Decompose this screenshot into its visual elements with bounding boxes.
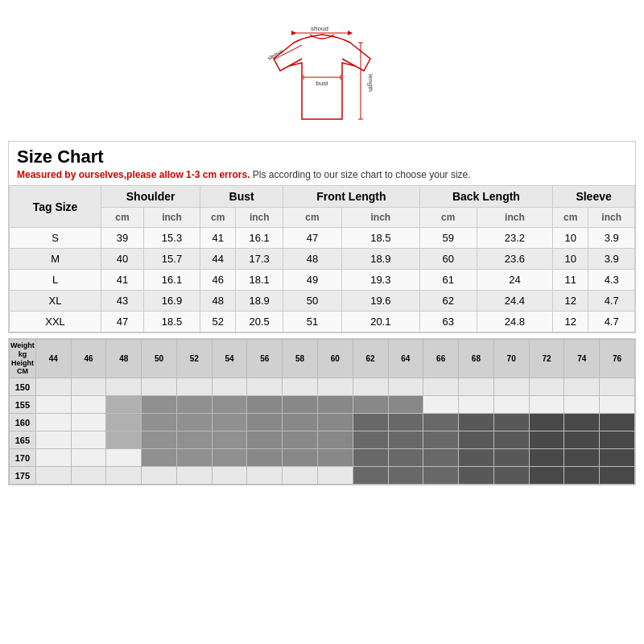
wh-cell bbox=[388, 414, 423, 431]
wh-cell bbox=[388, 378, 423, 396]
wh-cell bbox=[247, 467, 283, 485]
weight-col-header: 46 bbox=[71, 340, 106, 378]
cell-back-in: 24.4 bbox=[477, 291, 552, 312]
weight-col-header: 58 bbox=[283, 340, 318, 378]
wh-cell bbox=[212, 378, 247, 396]
note-highlight: Measured by ourselves,please allow 1-3 c… bbox=[17, 169, 250, 180]
wh-corner: WeightkgHeightCM bbox=[10, 340, 36, 378]
wh-cell bbox=[317, 414, 353, 431]
height-row-header: 175 bbox=[10, 467, 36, 485]
wh-cell bbox=[529, 449, 564, 467]
wh-cell bbox=[317, 467, 353, 485]
wh-cell bbox=[35, 431, 71, 449]
wh-cell bbox=[529, 396, 564, 414]
wh-cell bbox=[459, 467, 494, 485]
wh-cell bbox=[600, 467, 635, 485]
cell-back-cm: 59 bbox=[419, 228, 477, 249]
sub-cm-4: cm bbox=[419, 208, 477, 228]
sub-in-2: inch bbox=[236, 208, 283, 228]
cell-front-cm: 50 bbox=[283, 291, 342, 312]
cell-shoulder-cm: 40 bbox=[101, 249, 144, 270]
wh-cell bbox=[423, 449, 459, 467]
wh-cell bbox=[459, 378, 494, 396]
height-row-header: 170 bbox=[10, 449, 36, 467]
wh-cell bbox=[317, 378, 353, 396]
cell-shoulder-in: 15.7 bbox=[143, 249, 200, 270]
col-shoulder: Shoulder bbox=[101, 186, 200, 208]
wh-cell bbox=[423, 396, 459, 414]
wh-cell bbox=[106, 449, 142, 467]
wh-cell bbox=[71, 449, 106, 467]
wh-cell bbox=[212, 449, 247, 467]
cell-size: L bbox=[10, 270, 101, 291]
cell-front-cm: 48 bbox=[283, 249, 342, 270]
cell-sleeve-cm: 11 bbox=[553, 270, 588, 291]
cell-front-cm: 47 bbox=[283, 228, 342, 249]
weight-col-header: 56 bbox=[247, 340, 283, 378]
cell-back-in: 23.2 bbox=[477, 228, 552, 249]
wh-cell bbox=[459, 414, 494, 431]
wh-cell bbox=[600, 431, 635, 449]
height-row-header: 165 bbox=[10, 431, 36, 449]
cell-front-in: 20.1 bbox=[341, 312, 419, 332]
weight-col-header: 70 bbox=[493, 340, 529, 378]
wh-cell bbox=[247, 449, 283, 467]
wh-cell bbox=[71, 467, 106, 485]
cell-sleeve-in: 3.9 bbox=[588, 249, 635, 270]
wh-cell bbox=[564, 396, 600, 414]
cell-sleeve-in: 4.3 bbox=[588, 270, 635, 291]
size-chart-note: Measured by ourselves,please allow 1-3 c… bbox=[9, 169, 635, 185]
cell-back-cm: 62 bbox=[419, 291, 477, 312]
sub-in-1: inch bbox=[143, 208, 200, 228]
height-row-header: 150 bbox=[10, 378, 36, 396]
table-row: XXL 47 18.5 52 20.5 51 20.1 63 24.8 12 4… bbox=[10, 312, 635, 332]
weight-col-header: 66 bbox=[423, 340, 459, 378]
cell-bust-cm: 52 bbox=[200, 312, 236, 332]
cell-shoulder-cm: 41 bbox=[101, 270, 144, 291]
col-tag-size: Tag Size bbox=[10, 186, 101, 228]
wh-cell bbox=[35, 378, 71, 396]
cell-bust-in: 17.3 bbox=[236, 249, 283, 270]
col-bust: Bust bbox=[200, 186, 283, 208]
wh-cell bbox=[106, 396, 142, 414]
weight-col-header: 54 bbox=[212, 340, 247, 378]
wh-cell bbox=[283, 414, 318, 431]
cell-shoulder-in: 16.9 bbox=[143, 291, 200, 312]
cell-back-in: 23.6 bbox=[477, 249, 552, 270]
wh-cell bbox=[600, 449, 635, 467]
wh-cell bbox=[176, 431, 212, 449]
wh-cell bbox=[423, 378, 459, 396]
cell-front-cm: 51 bbox=[283, 312, 342, 332]
table-row: S 39 15.3 41 16.1 47 18.5 59 23.2 10 3.9 bbox=[10, 228, 635, 249]
wh-cell bbox=[493, 378, 529, 396]
wh-cell bbox=[142, 467, 177, 485]
svg-text:bust: bust bbox=[316, 80, 328, 87]
wh-cell bbox=[388, 467, 423, 485]
wh-cell bbox=[493, 396, 529, 414]
wh-cell bbox=[106, 378, 142, 396]
weight-col-header: 76 bbox=[600, 340, 635, 378]
wh-cell bbox=[423, 431, 459, 449]
cell-shoulder-cm: 39 bbox=[101, 228, 144, 249]
wh-cell bbox=[388, 396, 423, 414]
wh-cell bbox=[106, 431, 142, 449]
wh-cell bbox=[529, 378, 564, 396]
garment-diagram: shoud length bust sleeve bbox=[250, 14, 394, 131]
wh-cell bbox=[176, 414, 212, 431]
wh-cell bbox=[142, 431, 177, 449]
table-row: M 40 15.7 44 17.3 48 18.9 60 23.6 10 3.9 bbox=[10, 249, 635, 270]
wh-cell bbox=[176, 378, 212, 396]
wh-cell bbox=[247, 431, 283, 449]
wh-cell bbox=[317, 449, 353, 467]
wh-cell bbox=[142, 414, 177, 431]
table-row: L 41 16.1 46 18.1 49 19.3 61 24 11 4.3 bbox=[10, 270, 635, 291]
wh-cell bbox=[212, 467, 247, 485]
wh-cell bbox=[600, 414, 635, 431]
cell-front-in: 19.3 bbox=[341, 270, 419, 291]
wh-cell bbox=[212, 431, 247, 449]
page-wrapper: shoud length bust sleeve bbox=[0, 0, 644, 644]
cell-back-in: 24 bbox=[477, 270, 552, 291]
cell-size: XL bbox=[10, 291, 101, 312]
wh-cell bbox=[353, 449, 388, 467]
cell-bust-in: 18.1 bbox=[236, 270, 283, 291]
